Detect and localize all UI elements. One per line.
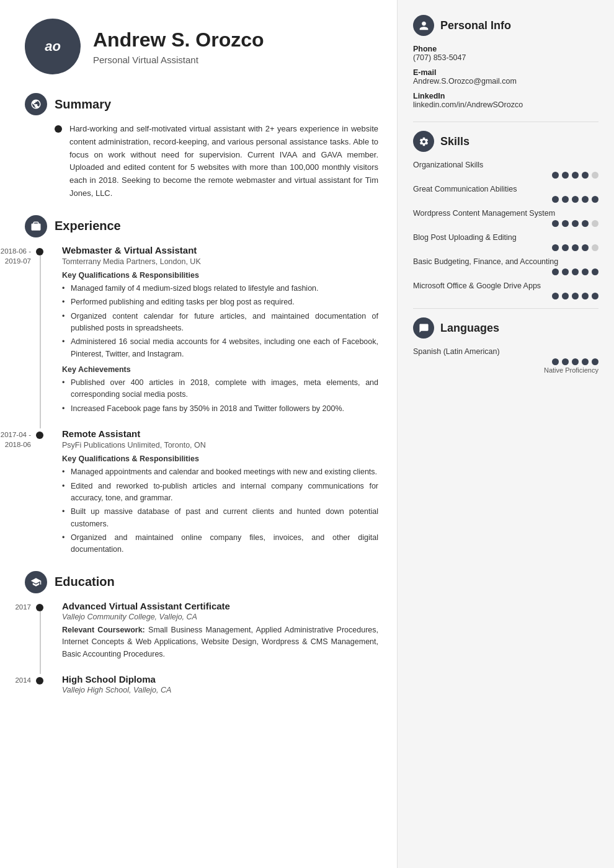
skill-dots xyxy=(413,244,598,251)
achievement-item: Increased Facebook page fans by 350% in … xyxy=(62,403,378,415)
person-icon xyxy=(419,20,429,31)
info-value: linkedin.com/in/AndrewSOrozco xyxy=(413,100,598,109)
skill-dots xyxy=(413,293,598,299)
dot-filled xyxy=(582,268,589,275)
dot-filled xyxy=(552,268,559,275)
edu-degree: High School Diploma xyxy=(62,674,378,684)
languages-icon xyxy=(413,317,434,339)
dot-filled xyxy=(572,172,579,179)
header-text: Andrew S. Orozco Personal Virtual Assist… xyxy=(93,28,264,65)
education-item: 2017Advanced Virtual Assistant Certifica… xyxy=(62,601,378,660)
avatar-initials: ao xyxy=(45,38,61,55)
dot-filled xyxy=(592,358,598,365)
timeline-dot xyxy=(36,677,43,684)
skill-name: Wordpress Content Management System xyxy=(413,209,598,218)
globe-icon xyxy=(30,99,42,110)
dot-filled xyxy=(572,244,579,251)
skill-item: Blog Post Uploading & Editing xyxy=(413,233,598,251)
dot-filled xyxy=(592,268,598,275)
dot-filled xyxy=(572,293,579,299)
personal-info-header: Personal Info xyxy=(413,15,598,36)
job-company: Tomterrany Media Partners, London, UK xyxy=(62,257,378,266)
language-item: Spanish (Latin American)Native Proficien… xyxy=(413,347,598,374)
edu-degree: Advanced Virtual Assistant Certificate xyxy=(62,601,378,611)
edu-date: 2017 xyxy=(0,602,31,612)
skill-dots xyxy=(413,172,598,179)
skill-item: Organizational Skills xyxy=(413,161,598,179)
skills-block: Skills Organizational SkillsGreat Commun… xyxy=(413,131,598,299)
header: ao Andrew S. Orozco Personal Virtual Ass… xyxy=(25,19,378,74)
dot-filled xyxy=(562,220,569,227)
info-label: Phone xyxy=(413,45,598,53)
candidate-name: Andrew S. Orozco xyxy=(93,28,264,51)
dot-filled xyxy=(562,358,569,365)
education-item: 2014High School DiplomaVallejo High Scho… xyxy=(62,674,378,694)
resume-page: ao Andrew S. Orozco Personal Virtual Ass… xyxy=(0,0,614,868)
languages-title: Languages xyxy=(440,322,499,335)
skills-items: Organizational SkillsGreat Communication… xyxy=(413,161,598,299)
qualifications-heading: Key Qualifications & Responsibilities xyxy=(62,454,378,463)
personal-info-icon xyxy=(413,15,434,36)
dot-filled xyxy=(572,268,579,275)
summary-text: Hard-working and self-motivated virtual … xyxy=(69,123,378,200)
job-date: 2017-04 - 2018-06 xyxy=(0,430,31,450)
experience-icon xyxy=(25,215,47,237)
summary-section: Summary Hard-working and self-motivated … xyxy=(25,93,378,200)
achievements-list: Published over 400 articles in 2018, com… xyxy=(62,377,378,415)
skill-name: Basic Budgeting, Finance, and Accounting xyxy=(413,257,598,266)
dot-filled xyxy=(592,196,598,203)
languages-divider xyxy=(413,308,598,309)
education-header: Education xyxy=(25,571,378,593)
languages-block: Languages Spanish (Latin American)Native… xyxy=(413,317,598,374)
achievements-heading: Key Achievements xyxy=(62,365,378,374)
skill-name: Great Communication Abilities xyxy=(413,185,598,193)
dot-filled xyxy=(582,358,589,365)
dot-filled xyxy=(562,244,569,251)
qualifications-list: Managed appointments and calendar and bo… xyxy=(62,466,378,556)
language-level: Native Proficiency xyxy=(413,366,598,374)
edu-school: Vallejo High School, Vallejo, CA xyxy=(62,686,378,694)
info-item: LinkedInlinkedin.com/in/AndrewSOrozco xyxy=(413,92,598,109)
qualification-item: Performed publishing and editing tasks p… xyxy=(62,296,378,308)
skills-icon xyxy=(413,131,434,152)
qualification-item: Organized and maintained online company … xyxy=(62,532,378,556)
dot-filled xyxy=(552,358,559,365)
summary-icon xyxy=(25,93,47,115)
qualification-item: Built up massive database of past and cu… xyxy=(62,506,378,530)
dot-filled xyxy=(552,220,559,227)
dot-filled xyxy=(552,196,559,203)
avatar-circle: ao xyxy=(25,19,81,74)
skill-dots xyxy=(413,196,598,203)
skills-header: Skills xyxy=(413,131,598,152)
languages-items: Spanish (Latin American)Native Proficien… xyxy=(413,347,598,374)
skill-dots xyxy=(413,220,598,227)
dot-filled xyxy=(552,293,559,299)
timeline-line xyxy=(40,255,41,428)
education-section: Education 2017Advanced Virtual Assistant… xyxy=(25,571,378,694)
skills-divider xyxy=(413,122,598,122)
dot-filled xyxy=(562,172,569,179)
edu-date: 2014 xyxy=(0,675,31,685)
skill-item: Wordpress Content Management System xyxy=(413,209,598,227)
edu-school: Vallejo Community College, Vallejo, CA xyxy=(62,613,378,621)
skill-name: Organizational Skills xyxy=(413,161,598,169)
summary-bullet-wrap: Hard-working and self-motivated virtual … xyxy=(25,123,378,200)
dot-filled xyxy=(582,172,589,179)
right-column: Personal Info Phone(707) 853-5047E-mailA… xyxy=(397,0,614,868)
experience-item: 2017-04 - 2018-06Remote AssistantPsyFi P… xyxy=(62,428,378,556)
experience-section: Experience 2018-06 - 2019-07Webmaster & … xyxy=(25,215,378,556)
dot-empty xyxy=(592,172,598,179)
dot-filled xyxy=(562,293,569,299)
dot-filled xyxy=(582,244,589,251)
job-title: Remote Assistant xyxy=(62,428,378,439)
dot-filled xyxy=(572,196,579,203)
dot-filled xyxy=(582,220,589,227)
education-title: Education xyxy=(55,575,115,589)
qualification-item: Administered 16 social media accounts fo… xyxy=(62,336,378,360)
briefcase-icon xyxy=(30,221,42,232)
experience-item: 2018-06 - 2019-07Webmaster & Virtual Ass… xyxy=(62,245,378,415)
skill-item: Great Communication Abilities xyxy=(413,185,598,203)
dot-filled xyxy=(572,220,579,227)
qualification-item: Managed family of 4 medium-sized blogs r… xyxy=(62,283,378,294)
experience-title: Experience xyxy=(55,219,121,233)
